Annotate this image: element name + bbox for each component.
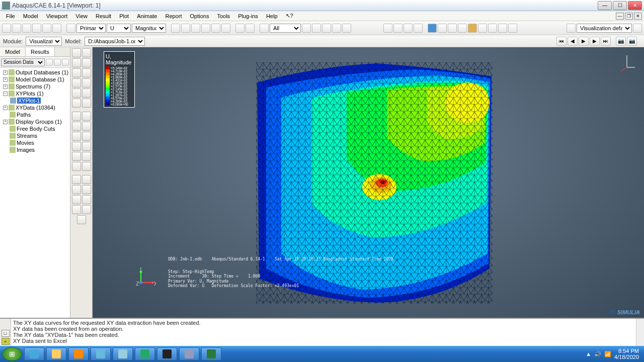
task-app2[interactable] (135, 347, 155, 360)
g2-button[interactable] (508, 24, 517, 33)
menu-plugins[interactable]: Plug-ins (234, 12, 262, 20)
tbx-10[interactable] (82, 88, 91, 98)
info-button[interactable] (428, 24, 437, 33)
model-select[interactable]: D:/Abaqus/Job-1.odb (85, 37, 145, 46)
c2-button[interactable] (448, 24, 457, 33)
task-abaqus[interactable] (179, 347, 199, 360)
tbx-12[interactable] (82, 99, 91, 108)
primary-select[interactable]: Primary (76, 24, 106, 33)
tree-display-groups[interactable]: +Display Groups (1) (1, 118, 69, 125)
t1-button[interactable] (235, 24, 245, 33)
tbx-22[interactable] (82, 152, 91, 161)
c1-button[interactable] (438, 24, 447, 33)
fit-button[interactable] (211, 24, 220, 33)
s2-button[interactable] (312, 24, 321, 33)
tbx-2[interactable] (82, 48, 91, 57)
tbx-21[interactable] (72, 152, 81, 161)
tray-clock[interactable]: 8:54 PM 4/18/2020 (614, 348, 639, 360)
task-media[interactable] (68, 347, 89, 360)
s5-button[interactable] (342, 24, 351, 33)
v4-button[interactable] (414, 24, 423, 33)
tree-xyplots[interactable]: −XYPlots (1) (1, 90, 69, 97)
tree-btn1[interactable] (46, 59, 53, 66)
tbx-5[interactable] (72, 68, 81, 77)
tbx-18[interactable] (82, 132, 91, 141)
tree-xydata[interactable]: +XYData (10364) (1, 104, 69, 111)
tree-images[interactable]: Images (1, 146, 69, 153)
tbx-11[interactable] (72, 99, 81, 108)
scrollbar[interactable] (636, 319, 644, 346)
field-output-icon[interactable] (66, 24, 75, 33)
menu-report[interactable]: Report (161, 12, 186, 20)
camera-icon[interactable]: 📷 (616, 37, 626, 46)
mdi-restore-button[interactable]: ❐ (625, 13, 633, 20)
tbx-28[interactable] (82, 185, 91, 194)
redo-button[interactable] (488, 24, 497, 33)
vis-defaults-select[interactable]: Visualization defaults (577, 24, 632, 33)
tree-free-body-cuts[interactable]: Free Body Cuts (1, 125, 69, 132)
s4-button[interactable] (332, 24, 341, 33)
tbx-24[interactable] (82, 162, 91, 171)
tree-model-database[interactable]: +Model Database (1) (1, 76, 69, 83)
vis-icon[interactable] (567, 24, 576, 33)
tbx-29[interactable] (72, 195, 81, 204)
tbx-17[interactable] (72, 132, 81, 141)
module-select[interactable]: Visualization (26, 37, 62, 46)
tbx-31[interactable] (72, 205, 81, 214)
v2-button[interactable] (393, 24, 403, 33)
tbx-16[interactable] (82, 122, 91, 131)
tbx-6[interactable] (82, 68, 91, 77)
print-button[interactable] (32, 24, 41, 33)
tree-movies[interactable]: Movies (1, 139, 69, 146)
task-app1[interactable] (113, 347, 133, 360)
tree-streams[interactable]: Streams (1, 132, 69, 139)
boxzoom-button[interactable] (201, 24, 210, 33)
task-browser[interactable] (91, 347, 111, 360)
tbx-3[interactable] (72, 58, 81, 67)
tbx-33[interactable] (77, 215, 86, 224)
msg-tab-2[interactable]: » (2, 338, 10, 345)
menu-plot[interactable]: Plot (115, 12, 133, 20)
tbx-25[interactable] (72, 175, 81, 184)
task-ie[interactable] (24, 347, 44, 360)
menu-options[interactable]: Options (186, 12, 213, 20)
tab-results[interactable]: Results (26, 47, 55, 56)
tbx-30[interactable] (82, 195, 91, 204)
undo-button[interactable] (478, 24, 487, 33)
menu-result[interactable]: Result (92, 12, 115, 20)
tray-icon[interactable]: ▲ (586, 351, 591, 357)
s1-button[interactable] (302, 24, 311, 33)
tbx-7[interactable] (72, 78, 81, 87)
select-arrow-button[interactable] (260, 24, 269, 33)
g1-button[interactable] (498, 24, 507, 33)
tree-btn3[interactable] (62, 59, 69, 66)
frame-next-button[interactable]: ▶ (590, 37, 600, 46)
help-pointer-icon[interactable]: ↖? (282, 12, 297, 20)
camera2-icon[interactable]: 📷 (627, 37, 637, 46)
tbx-19[interactable] (72, 142, 81, 151)
s3-button[interactable] (322, 24, 331, 33)
tbx-9[interactable] (72, 88, 81, 98)
menu-file[interactable]: File (2, 12, 19, 20)
open-button[interactable] (12, 24, 21, 33)
mdi-close-button[interactable]: ✕ (634, 13, 642, 20)
menu-tools[interactable]: Tools (213, 12, 234, 20)
session-data-select[interactable]: Session Data (1, 58, 45, 66)
t2-button[interactable] (246, 24, 255, 33)
pan-button[interactable] (171, 24, 180, 33)
tbx-26[interactable] (82, 175, 91, 184)
tbx-8[interactable] (82, 78, 91, 87)
frame-first-button[interactable]: ⏮ (556, 37, 567, 46)
tbx-1[interactable] (72, 48, 81, 57)
tbx-15[interactable] (72, 122, 81, 131)
tree-output-databases[interactable]: +Output Databases (1) (1, 69, 69, 76)
message-log[interactable]: The XY data curves for the requested XY … (11, 319, 644, 346)
tray-volume-icon[interactable]: 🔊 (594, 351, 601, 357)
tbx-4[interactable] (82, 58, 91, 67)
tbx-27[interactable] (72, 185, 81, 194)
v3-button[interactable] (404, 24, 413, 33)
print2-button[interactable] (42, 24, 51, 33)
tool-button[interactable] (52, 24, 61, 33)
menu-help[interactable]: Help (262, 12, 282, 20)
tbx-13[interactable] (72, 112, 81, 121)
